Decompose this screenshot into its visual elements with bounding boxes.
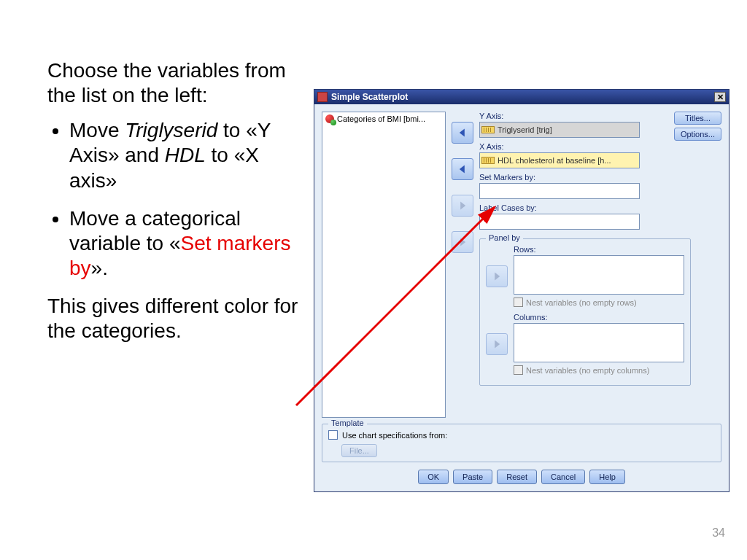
arrow-right-icon bbox=[492, 339, 502, 349]
intro-text: Choose the variables from the list on th… bbox=[47, 58, 310, 108]
arrow-right-icon bbox=[457, 237, 468, 247]
options-button[interactable]: Options... bbox=[674, 128, 721, 141]
variable-list[interactable]: Categories of BMI [bmi... bbox=[322, 112, 446, 418]
template-label: Use chart specifications from: bbox=[342, 431, 447, 440]
move-to-cols-button[interactable] bbox=[486, 333, 508, 355]
reset-button[interactable]: Reset bbox=[497, 470, 537, 484]
arrow-left-icon bbox=[457, 164, 468, 174]
xaxis-label: X Axis: bbox=[479, 142, 640, 151]
nest-cols-check: Nest variables (no empty columns) bbox=[514, 365, 684, 375]
template-title: Template bbox=[328, 419, 367, 427]
checkbox-icon bbox=[514, 365, 523, 375]
scale-icon bbox=[481, 126, 495, 133]
scatterplot-dialog: Simple Scatterplot ✕ Categories of BMI [… bbox=[314, 89, 729, 492]
panelby-title: Panel by bbox=[486, 233, 523, 242]
move-to-markers-button[interactable] bbox=[452, 195, 473, 217]
yaxis-label: Y Axis: bbox=[479, 112, 640, 120]
list-item[interactable]: Categories of BMI [bmi... bbox=[324, 114, 444, 124]
ok-button[interactable]: OK bbox=[418, 470, 449, 484]
panel-cols-field[interactable] bbox=[514, 323, 684, 362]
scale-icon bbox=[481, 157, 495, 164]
rows-label: Rows: bbox=[514, 245, 684, 254]
page-number: 34 bbox=[712, 526, 725, 540]
arrow-right-icon bbox=[457, 201, 468, 211]
cols-label: Columns: bbox=[514, 313, 684, 322]
titlebar[interactable]: Simple Scatterplot ✕ bbox=[314, 90, 729, 104]
titles-button[interactable]: Titles... bbox=[674, 112, 721, 125]
paste-button[interactable]: Paste bbox=[453, 470, 492, 484]
yaxis-field[interactable]: Triglyserid [trig] bbox=[479, 122, 640, 138]
checkbox-icon bbox=[514, 298, 523, 307]
labelcases-field[interactable] bbox=[479, 214, 640, 230]
close-icon[interactable]: ✕ bbox=[714, 92, 726, 102]
nominal-icon bbox=[325, 114, 334, 123]
arrow-right-icon bbox=[492, 271, 502, 281]
template-checkbox[interactable] bbox=[328, 430, 338, 440]
markers-label: Set Markers by: bbox=[479, 173, 640, 182]
template-group: Template Use chart specifications from: … bbox=[322, 424, 721, 462]
arrow-left-icon bbox=[457, 128, 468, 138]
outro-text: This gives different color for the categ… bbox=[47, 294, 310, 343]
cancel-button[interactable]: Cancel bbox=[541, 470, 585, 484]
markers-field[interactable] bbox=[479, 183, 640, 199]
move-to-xaxis-button[interactable] bbox=[452, 158, 473, 180]
bullet-1: Move Triglyserid to «Y Axis» and HDL to … bbox=[69, 118, 310, 192]
bullet-2: Move a categorical variable to «Set mark… bbox=[69, 206, 310, 281]
move-to-labelcases-button[interactable] bbox=[452, 231, 473, 253]
xaxis-field[interactable]: HDL cholesterol at baseline [h... bbox=[479, 152, 640, 168]
file-button: File... bbox=[341, 444, 377, 457]
help-button[interactable]: Help bbox=[589, 470, 625, 484]
move-to-rows-button[interactable] bbox=[486, 265, 508, 287]
move-to-yaxis-button[interactable] bbox=[452, 122, 473, 144]
panel-rows-field[interactable] bbox=[514, 255, 684, 295]
nest-rows-check: Nest variables (no empty rows) bbox=[514, 298, 684, 307]
labelcases-label: Label Cases by: bbox=[479, 203, 640, 212]
app-icon bbox=[317, 92, 328, 102]
dialog-title: Simple Scatterplot bbox=[331, 92, 408, 102]
slide-instructions: Choose the variables from the list on th… bbox=[47, 58, 310, 354]
